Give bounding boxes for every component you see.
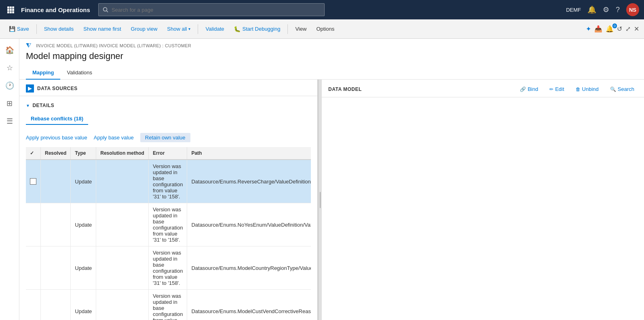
top-navigation: Finance and Operations DEMF 🔔 ⚙ ? NS — [0, 0, 644, 19]
view-label: View — [295, 26, 306, 32]
bind-icon: 🔗 — [520, 86, 526, 92]
table-row[interactable]: UpdateVersion was updated in base config… — [26, 290, 311, 320]
save-label: Save — [17, 26, 29, 32]
row-type: Update — [71, 203, 96, 246]
row-resolution-method — [96, 160, 149, 203]
toolbar-separator-2 — [198, 24, 198, 34]
row-type: Update — [71, 160, 96, 203]
conflicts-table: ✓ Resolved Type Resolution method Error … — [26, 147, 311, 320]
search-input[interactable] — [112, 7, 320, 13]
sidebar-item-home[interactable]: 🏠 — [2, 42, 18, 58]
page-tabs: Mapping Validations — [19, 66, 644, 80]
group-view-button[interactable]: Group view — [127, 24, 162, 34]
svg-rect-0 — [7, 6, 9, 8]
edit-button[interactable]: ✏ Edit — [546, 84, 567, 94]
right-panel-actions: 🔗 Bind ✏ Edit 🗑 Unbind 🔍 — [517, 84, 638, 94]
main-content: ⧨ INVOICE MODEL (LITWARE) INVOICE MODEL … — [19, 39, 644, 320]
sidebar-item-list[interactable]: ☰ — [2, 113, 18, 129]
divider-handle — [320, 192, 321, 208]
row-resolution-method — [96, 290, 149, 320]
col-header-error: Error — [148, 147, 187, 160]
options-label: Options — [316, 26, 334, 32]
row-type: Update — [71, 246, 96, 290]
filter-icon[interactable]: ⧨ — [26, 42, 31, 49]
view-button[interactable]: View — [291, 24, 310, 34]
bind-button[interactable]: 🔗 Bind — [517, 84, 541, 94]
data-sources-header: ▶ DATA SOURCES — [19, 80, 317, 96]
toolbar-separator-3 — [287, 24, 288, 34]
settings-icon[interactable]: ⚙ — [603, 5, 609, 14]
right-panel-header: DATA MODEL 🔗 Bind ✏ Edit 🗑 Unbind — [322, 80, 644, 97]
data-sources-title: DATA SOURCES — [37, 86, 78, 91]
row-check-cell — [26, 203, 41, 246]
panel-divider[interactable] — [319, 80, 322, 320]
save-icon: 💾 — [9, 26, 15, 32]
toolbar-icon-2[interactable]: 📥 — [594, 25, 602, 33]
validate-button[interactable]: Validate — [201, 24, 228, 34]
help-icon[interactable]: ? — [616, 6, 620, 14]
sidebar-item-favorites[interactable]: ☆ — [2, 60, 18, 76]
company-selector[interactable]: DEMF — [566, 7, 581, 13]
conflicts-table-container: ✓ Resolved Type Resolution method Error … — [26, 147, 311, 320]
svg-rect-8 — [12, 11, 14, 13]
bind-label: Bind — [528, 86, 538, 92]
action-buttons: Apply previous base value Apply base val… — [26, 130, 311, 147]
table-row[interactable]: UpdateVersion was updated in base config… — [26, 160, 311, 203]
row-error: Version was updated in base configuratio… — [148, 246, 187, 290]
show-all-button[interactable]: Show all ▾ — [163, 24, 194, 34]
start-debugging-button[interactable]: 🐛 Start Debugging — [230, 24, 284, 34]
col-header-check: ✓ — [26, 147, 41, 160]
breadcrumb: INVOICE MODEL (LITWARE) INVOICE MODEL (L… — [36, 43, 191, 48]
table-row[interactable]: UpdateVersion was updated in base config… — [26, 203, 311, 246]
options-button[interactable]: Options — [312, 24, 338, 34]
sidebar-item-workspaces[interactable]: ⊞ — [2, 95, 18, 112]
save-button[interactable]: 💾 Save — [5, 24, 33, 34]
data-model-title: DATA MODEL — [328, 86, 512, 92]
notification-icon[interactable]: 🔔 — [587, 5, 596, 14]
toolbar-icon-1[interactable]: ✦ — [586, 25, 591, 33]
col-header-type: Type — [71, 147, 96, 160]
debug-icon: 🐛 — [234, 26, 241, 32]
notification-badge[interactable]: 🔔 0 — [606, 25, 614, 33]
svg-rect-1 — [10, 6, 12, 8]
show-name-first-label: Show name first — [83, 26, 121, 32]
row-path: Datasource/Enums.ModelCustVendCorrective… — [187, 290, 311, 320]
row-path: Datasource/Enums.ReverseCharge/ValueDefi… — [187, 160, 311, 203]
user-avatar[interactable]: NS — [626, 3, 639, 16]
row-resolution-method — [96, 246, 149, 290]
svg-rect-6 — [7, 11, 9, 13]
sidebar-item-recent[interactable]: 🕐 — [2, 78, 18, 94]
row-resolved — [41, 160, 71, 203]
unbind-label: Unbind — [582, 86, 599, 92]
tab-validations[interactable]: Validations — [60, 66, 99, 80]
top-nav-right: DEMF 🔔 ⚙ ? NS — [566, 3, 639, 16]
search-label: Search — [618, 86, 634, 92]
close-icon[interactable]: ✕ — [634, 25, 639, 33]
expand-icon[interactable]: ▶ — [26, 84, 34, 93]
grid-menu-icon[interactable] — [5, 4, 16, 15]
search-button[interactable]: 🔍 Search — [607, 84, 638, 94]
conflicts-tab[interactable]: Rebase conflicts (18) — [26, 113, 88, 125]
table-row[interactable]: UpdateVersion was updated in base config… — [26, 246, 311, 290]
toolbar-separator-1 — [36, 24, 37, 34]
row-path: Datasource/Enums.NoYesEnum/ValueDefiniti… — [187, 203, 311, 246]
show-name-first-button[interactable]: Show name first — [79, 24, 125, 34]
col-header-resolved: Resolved — [41, 147, 71, 160]
retain-own-button[interactable]: Retain own value — [140, 133, 190, 142]
apply-base-button[interactable]: Apply base value — [94, 133, 134, 142]
open-window-icon[interactable]: ⤢ — [625, 25, 631, 33]
show-details-button[interactable]: Show details — [40, 24, 78, 34]
refresh-icon[interactable]: ↺ — [617, 25, 622, 33]
row-resolution-method — [96, 203, 149, 246]
row-resolved — [41, 290, 71, 320]
apply-previous-button[interactable]: Apply previous base value — [26, 133, 87, 142]
unbind-button[interactable]: 🗑 Unbind — [572, 84, 602, 94]
content-area: ▶ DATA SOURCES ▼ DETAILS Rebase conflict… — [19, 80, 644, 320]
validate-label: Validate — [205, 26, 224, 32]
global-search[interactable] — [98, 3, 325, 16]
tab-mapping[interactable]: Mapping — [26, 66, 60, 80]
details-header[interactable]: ▼ DETAILS — [26, 99, 311, 113]
row-checkbox[interactable] — [30, 178, 36, 185]
row-resolved — [41, 203, 71, 246]
svg-line-10 — [106, 11, 108, 13]
